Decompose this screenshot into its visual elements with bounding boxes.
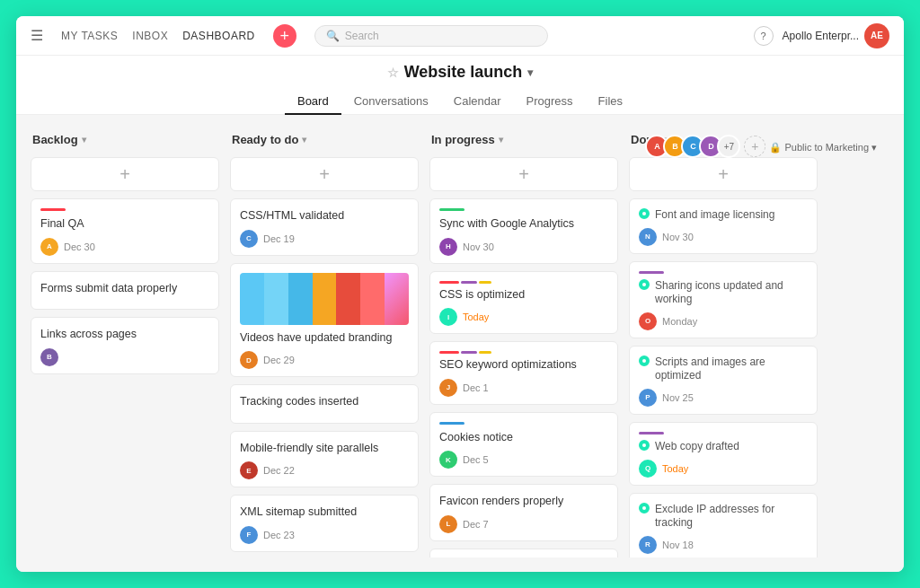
card-meta: Q Today: [639, 460, 808, 478]
column-title-inprogress[interactable]: In progress ▾: [431, 133, 503, 146]
card-avatar: N: [639, 228, 657, 246]
search-icon: 🔍: [326, 30, 340, 42]
add-member-button[interactable]: +: [744, 136, 765, 157]
menu-icon[interactable]: ☰: [31, 27, 43, 44]
card-date: Nov 30: [463, 241, 494, 252]
add-task-ready[interactable]: +: [230, 157, 419, 191]
card-web-copy-drafted[interactable]: Web copy drafted Q Today ···: [629, 422, 818, 486]
card-mobile-friendly[interactable]: Mobile-friendly site parallels E Dec 22 …: [230, 431, 419, 488]
nav-my-tasks[interactable]: MY TASKS: [61, 30, 118, 42]
card-meta: H Nov 30: [439, 238, 608, 256]
card-final-qa[interactable]: Final QA A Dec 30 ···: [31, 198, 219, 264]
card-meta: I Today: [439, 308, 608, 326]
done-check-icon: [639, 208, 650, 219]
card-title: CSS is optimized: [439, 287, 608, 303]
bar-segment: [479, 351, 491, 354]
done-card-row: Exclude IP addresses for tracking: [639, 503, 808, 531]
help-button[interactable]: ?: [754, 26, 774, 46]
nav-dashboard[interactable]: DASHBOARD: [182, 30, 255, 42]
add-task-done[interactable]: +: [629, 157, 818, 191]
column-label-ready: Ready to do: [232, 133, 298, 146]
card-sharing-icons[interactable]: Sharing icons updated and working O Mond…: [629, 261, 818, 338]
nav-links: MY TASKS INBOX DASHBOARD: [61, 30, 255, 42]
search-box[interactable]: 🔍 Search: [314, 25, 548, 47]
card-avatar: O: [639, 312, 657, 330]
card-xml-sitemap[interactable]: XML sitemap submitted F Dec 23 ···: [230, 495, 419, 552]
card-cookies-notice[interactable]: Cookies notice K Dec 5 ···: [429, 412, 618, 478]
add-task-inprogress[interactable]: +: [429, 157, 618, 191]
card-title: CSS/HTML validated: [240, 208, 409, 224]
add-button[interactable]: +: [273, 24, 296, 48]
privacy-button[interactable]: 🔒 Public to Marketing ▾: [769, 142, 877, 154]
card-date: Dec 22: [263, 465, 295, 476]
card-date: Monday: [662, 316, 697, 327]
card-date: Nov 18: [662, 540, 694, 550]
column-header-inprogress: In progress ▾: [429, 129, 618, 150]
card-sync-analytics[interactable]: Sync with Google Analytics H Nov 30 ···: [429, 198, 618, 264]
multi-color-bar: [439, 281, 608, 284]
card-title: Scripts and images are optimized: [655, 355, 808, 383]
board-area: Backlog ▾ + Final QA A Dec 30 ···: [16, 115, 904, 572]
multi-color-bar: [439, 351, 608, 354]
card-meta: B: [40, 348, 209, 366]
card-title: Tracking codes inserted: [240, 394, 409, 410]
card-favicon[interactable]: Favicon renders properly L Dec 7 ···: [429, 484, 618, 541]
card-forms-submit[interactable]: Forms submit data properly ···: [31, 271, 219, 311]
column-title-backlog[interactable]: Backlog ▾: [32, 133, 86, 146]
card-avatar: I: [439, 308, 457, 326]
card-title: Forms submit data properly: [40, 281, 209, 297]
nav-inbox[interactable]: INBOX: [132, 30, 168, 42]
bar-segment: [479, 281, 491, 284]
card-meta: R Nov 18: [639, 536, 808, 554]
add-task-backlog[interactable]: +: [31, 157, 219, 191]
card-css-optimized[interactable]: CSS is optimized I Today ···: [429, 271, 618, 335]
bar-segment: [439, 281, 459, 284]
chevron-icon: ▾: [499, 135, 503, 145]
star-icon[interactable]: ☆: [387, 66, 399, 80]
tab-files[interactable]: Files: [586, 89, 635, 115]
card-color-bar: [639, 432, 664, 434]
project-title: ☆ Website launch ▾: [387, 63, 534, 82]
chevron-down-icon[interactable]: ▾: [527, 66, 533, 79]
card-date: Today: [463, 312, 489, 322]
card-title: Favicon renders properly: [439, 494, 608, 510]
card-avatar: E: [240, 461, 258, 479]
tab-board[interactable]: Board: [285, 89, 341, 115]
done-check-icon: [639, 355, 650, 366]
privacy-chevron: ▾: [871, 142, 877, 154]
done-cards: Font and image licensing N Nov 30 ··· Sh…: [629, 198, 818, 557]
bar-segment: [461, 351, 477, 354]
search-placeholder: Search: [345, 30, 379, 42]
column-label-inprogress: In progress: [431, 133, 495, 146]
user-info: Apollo Enterpr... AE: [783, 23, 889, 48]
project-header: ☆ Website launch ▾ Board Conversations C…: [16, 56, 904, 115]
tab-progress[interactable]: Progress: [514, 89, 586, 115]
card-css-html-validated[interactable]: CSS/HTML validated C Dec 19 ···: [230, 198, 419, 256]
card-color-bar: [439, 208, 464, 211]
card-font-licensing[interactable]: Font and image licensing N Nov 30 ···: [629, 198, 818, 254]
card-color-bar: [639, 271, 664, 274]
card-tracking-codes[interactable]: Tracking codes inserted ···: [230, 384, 419, 424]
card-meta: E Dec 22: [240, 461, 409, 479]
card-seo-keyword[interactable]: SEO keyword optimizations J Dec 1 ···: [429, 341, 618, 405]
bar-segment: [461, 281, 477, 284]
card-date: Dec 30: [64, 241, 95, 252]
card-videos-branding[interactable]: Videos have updated branding D Dec 29 ··…: [230, 263, 419, 378]
card-web-copy-reviewed[interactable]: Web copy reviewed M Dec 9 ···: [429, 549, 618, 558]
card-title: XML sitemap submitted: [240, 505, 409, 521]
card-links-across[interactable]: Links across pages B ···: [31, 317, 219, 374]
card-title: Exclude IP addresses for tracking: [655, 503, 808, 531]
tab-conversations[interactable]: Conversations: [341, 89, 441, 115]
column-title-ready[interactable]: Ready to do ▾: [232, 133, 306, 146]
card-exclude-ip[interactable]: Exclude IP addresses for tracking R Nov …: [629, 493, 818, 557]
card-date: Dec 19: [263, 233, 295, 244]
tab-calendar[interactable]: Calendar: [441, 89, 514, 115]
card-avatar: P: [639, 389, 657, 407]
project-name: Website launch: [404, 63, 523, 82]
avatar-group: A B C D +7: [650, 135, 740, 158]
card-avatar: B: [40, 348, 58, 366]
card-scripts-optimized[interactable]: Scripts and images are optimized P Nov 2…: [629, 346, 818, 415]
project-tabs: Board Conversations Calendar Progress Fi…: [285, 89, 635, 114]
card-title: Sync with Google Analytics: [439, 216, 608, 233]
card-meta: F Dec 23: [240, 526, 409, 544]
